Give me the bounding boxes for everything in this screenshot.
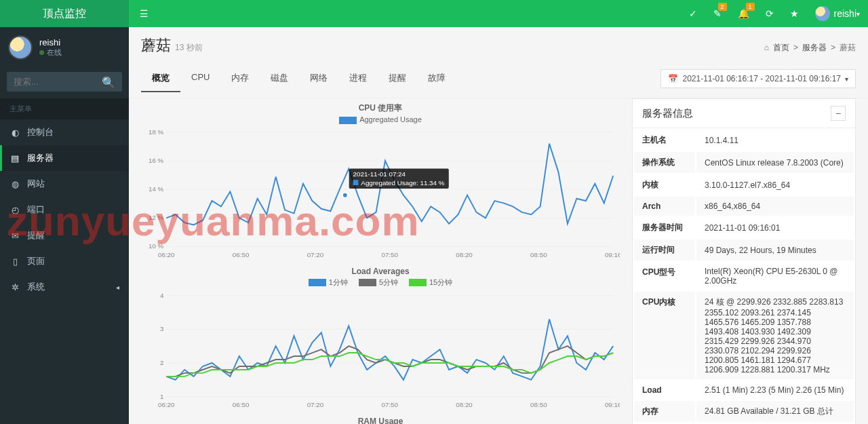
breadcrumb-last: 蘑菇 bbox=[840, 42, 856, 54]
tab-4[interactable]: 网络 bbox=[299, 65, 338, 92]
svg-text:3: 3 bbox=[160, 325, 164, 332]
svg-rect-20 bbox=[353, 180, 359, 185]
svg-text:06:20: 06:20 bbox=[158, 251, 175, 258]
panel-title: 服务器信息 bbox=[642, 107, 693, 120]
info-table: 主机名10.1.4.11操作系统CentOS Linux release 7.8… bbox=[633, 128, 855, 424]
server-info-panel: 服务器信息 − 主机名10.1.4.11操作系统CentOS Linux rel… bbox=[632, 98, 856, 424]
svg-text:10 %: 10 % bbox=[149, 242, 164, 250]
tab-6[interactable]: 提醒 bbox=[378, 65, 417, 92]
menu-icon: ◍ bbox=[9, 179, 20, 189]
tabs: 概览CPU内存磁盘网络进程提醒故障 bbox=[141, 65, 456, 92]
menu-icon: ✉ bbox=[9, 231, 20, 241]
notes-icon[interactable]: ✎2 bbox=[705, 0, 730, 27]
menu-icon: ▤ bbox=[9, 153, 20, 163]
star-icon[interactable]: ★ bbox=[782, 0, 807, 27]
user-panel: reishi 在线 bbox=[0, 27, 129, 68]
svg-text:09:16: 09:16 bbox=[605, 401, 620, 408]
search-icon[interactable]: 🔍 bbox=[102, 76, 115, 89]
menu-header: 主菜单 bbox=[0, 98, 129, 119]
tab-7[interactable]: 故障 bbox=[417, 65, 456, 92]
svg-text:4: 4 bbox=[160, 291, 164, 298]
brand-title: 顶点监控 bbox=[0, 0, 129, 27]
refresh-icon[interactable]: ⟳ bbox=[757, 0, 782, 27]
svg-text:2021-11-01 07:24: 2021-11-01 07:24 bbox=[353, 170, 406, 178]
page-subtitle: 13 秒前 bbox=[175, 42, 203, 54]
svg-text:07:20: 07:20 bbox=[307, 251, 324, 258]
dashboard-icon: ⌂ bbox=[764, 43, 769, 52]
svg-text:08:50: 08:50 bbox=[530, 251, 547, 258]
sidebar: 顶点监控 reishi 在线 🔍 主菜单 ◐控制台▤服务器◍网站◴端口✉提醒▯页… bbox=[0, 0, 129, 424]
svg-point-17 bbox=[342, 192, 348, 197]
collapse-button[interactable]: − bbox=[831, 106, 846, 121]
user-name: reishi bbox=[39, 37, 62, 47]
topbar-user[interactable]: reishi ▾ bbox=[807, 0, 868, 27]
breadcrumb: ⌂ 首页 > 服务器 > 蘑菇 bbox=[764, 42, 856, 54]
svg-text:16 %: 16 % bbox=[149, 157, 164, 164]
tab-3[interactable]: 磁盘 bbox=[260, 65, 299, 92]
page-title: 蘑菇 bbox=[141, 35, 171, 56]
tab-0[interactable]: 概览 bbox=[141, 65, 180, 92]
sidebar-item-0[interactable]: ◐控制台 bbox=[0, 119, 129, 145]
sidebar-item-2[interactable]: ◍网站 bbox=[0, 171, 129, 197]
chevron-down-icon: ▾ bbox=[845, 75, 848, 83]
avatar bbox=[8, 35, 33, 60]
svg-text:12 %: 12 % bbox=[149, 214, 164, 221]
sidebar-item-5[interactable]: ▯页面 bbox=[0, 248, 129, 274]
svg-text:07:50: 07:50 bbox=[381, 401, 398, 408]
svg-text:08:20: 08:20 bbox=[456, 401, 473, 408]
user-status: 在线 bbox=[39, 47, 62, 58]
svg-text:06:50: 06:50 bbox=[233, 401, 250, 408]
svg-text:Aggregated Usage: 11.34 %: Aggregated Usage: 11.34 % bbox=[361, 179, 444, 187]
date-range-picker[interactable]: 📅 2021-11-01 06:16:17 - 2021-11-01 09:16… bbox=[660, 69, 856, 88]
tab-1[interactable]: CPU bbox=[180, 65, 220, 92]
ram-usage-chart: RAM Usage bbox=[141, 417, 620, 424]
svg-text:14 %: 14 % bbox=[149, 185, 164, 193]
sidebar-item-4[interactable]: ✉提醒 bbox=[0, 223, 129, 248]
tab-5[interactable]: 进程 bbox=[338, 65, 378, 92]
menu-icon: ✲ bbox=[9, 282, 20, 292]
menu-icon: ▯ bbox=[9, 256, 20, 267]
svg-text:2: 2 bbox=[160, 359, 163, 366]
svg-text:08:20: 08:20 bbox=[456, 251, 473, 258]
topbar: ☰ ✓ ✎2 🔔1 ⟳ ★ reishi ▾ bbox=[129, 0, 868, 27]
svg-text:06:50: 06:50 bbox=[233, 251, 250, 258]
tasks-icon[interactable]: ✓ bbox=[681, 0, 705, 27]
chevron-down-icon: ▾ bbox=[856, 10, 860, 18]
content: 蘑菇 13 秒前 ⌂ 首页 > 服务器 > 蘑菇 概览CPU内存磁盘网络进程提醒… bbox=[129, 27, 868, 424]
sidebar-search: 🔍 bbox=[7, 72, 122, 92]
svg-text:06:20: 06:20 bbox=[158, 401, 175, 408]
svg-text:09:16: 09:16 bbox=[605, 251, 620, 258]
menu-icon: ◴ bbox=[9, 205, 20, 215]
svg-text:07:50: 07:50 bbox=[381, 251, 398, 258]
sidebar-item-3[interactable]: ◴端口 bbox=[0, 197, 129, 223]
sidebar-item-6[interactable]: ✲系统◂ bbox=[0, 274, 129, 300]
calendar-icon: 📅 bbox=[668, 74, 678, 83]
svg-text:07:20: 07:20 bbox=[307, 401, 324, 408]
svg-text:18 %: 18 % bbox=[149, 128, 164, 135]
menu-toggle-icon[interactable]: ☰ bbox=[129, 8, 159, 19]
breadcrumb-home[interactable]: 首页 bbox=[773, 42, 789, 54]
load-avg-chart: Load Averages 1分钟 5分钟 15分钟 123406:2006:5… bbox=[141, 267, 620, 412]
bell-icon[interactable]: 🔔1 bbox=[730, 0, 757, 27]
svg-text:1: 1 bbox=[160, 392, 163, 400]
tab-2[interactable]: 内存 bbox=[220, 65, 260, 92]
svg-text:08:50: 08:50 bbox=[530, 401, 547, 408]
sidebar-item-1[interactable]: ▤服务器 bbox=[0, 145, 129, 171]
cpu-usage-chart: CPU 使用率 Aggregated Usage 10 %12 %14 %16 … bbox=[141, 102, 620, 263]
menu-icon: ◐ bbox=[9, 128, 20, 138]
breadcrumb-mid[interactable]: 服务器 bbox=[802, 42, 827, 54]
